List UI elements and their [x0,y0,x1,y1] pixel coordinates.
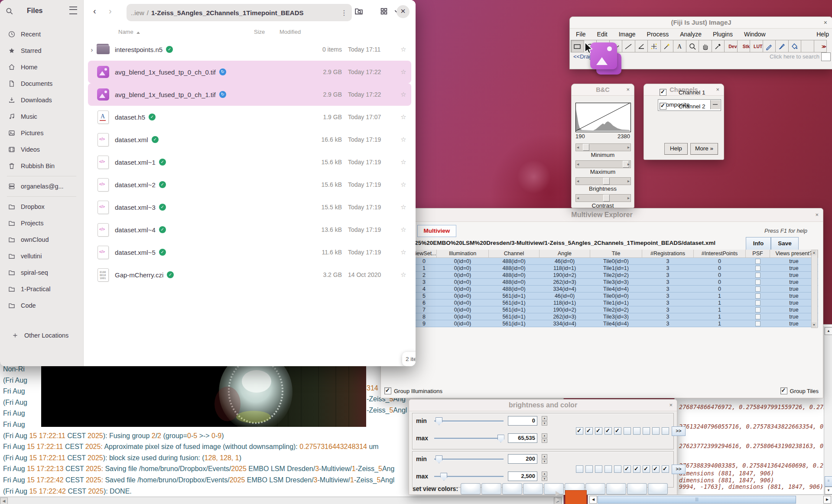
table-header-cell[interactable]: Illumination [437,250,489,258]
min-spinner[interactable]: ▲▼ [542,416,547,426]
view-toggle-checkbox[interactable] [643,465,650,473]
tool-button[interactable] [673,40,686,52]
bottom-horizontal-scrollbar[interactable]: ◀ ||| ▶ [588,494,832,504]
table-row[interactable]: 70(id=0)561(id=1) 190(id=2)Tile2(id=2)3 … [412,306,818,313]
forward-icon[interactable]: › [109,6,112,16]
search-icon[interactable] [5,7,14,16]
view-color-button[interactable] [627,483,647,494]
tool-button[interactable] [775,40,789,52]
group-illuminations-option[interactable]: Group Illuminations [384,387,442,394]
psf-checkbox[interactable] [755,314,760,319]
channel-option[interactable]: Channel 1 [660,87,739,98]
multiview-tab[interactable]: Multiview [417,225,456,237]
image-viewer[interactable] [41,365,366,427]
table-header-cell[interactable]: Channel [489,250,540,258]
view-color-button[interactable] [585,483,605,494]
scroll-left-icon[interactable]: ◀ [0,497,8,504]
tool-button[interactable] [801,40,814,52]
sidebar-item[interactable]: Documents [3,75,80,92]
file-row[interactable]: avg_blend_1x_fused_tp_0_ch_1.tif 2.9 GB … [88,83,411,106]
menu-item[interactable]: Help [816,31,829,38]
table-row[interactable]: 40(id=0)488(id=0) 334(id=4)Tile4(id=4)3 … [412,286,818,293]
tool-button[interactable] [622,40,635,52]
table-row[interactable]: 60(id=0)561(id=1) 118(id=1)Tile1(id=1)3 … [412,299,818,306]
channel-option[interactable]: Channel 2 [660,101,739,112]
psf-checkbox[interactable] [755,300,760,306]
view-color-button[interactable] [606,483,626,494]
menu-item[interactable]: Edit [597,31,608,38]
expand-right-icon[interactable] [556,497,560,503]
group-illuminations-checkbox[interactable] [384,387,391,394]
imagej-search-hint[interactable]: Click here to search [770,53,819,60]
tool-button[interactable] [763,40,776,52]
sidebar-item-folder[interactable]: ownCloud [3,231,80,248]
tool-button[interactable] [788,40,802,52]
psf-checkbox[interactable] [755,321,760,326]
max-spinner[interactable]: ▲▼ [542,471,547,481]
view-toggle-checkbox[interactable] [595,427,602,435]
help-button[interactable]: Help [664,143,688,155]
view-toggle-checkbox[interactable] [576,427,583,435]
file-row[interactable]: dataset.h5 1.9 GB Today 17:07 ☆ [88,106,411,128]
more-views-button[interactable]: >> [672,465,686,474]
star-icon[interactable]: ☆ [396,226,411,234]
scroll-thumb[interactable]: ||| [598,496,796,504]
sidebar-item-folder[interactable]: Dropbox [3,198,80,215]
view-color-button[interactable] [523,483,543,494]
breadcrumb-current[interactable]: 1-Zeiss_5Angles_2Channels_1Timepoint_BEA… [151,9,304,16]
close-window-icon[interactable]: ✕ [396,5,410,18]
table-header-cell[interactable]: #InterestPoints [694,250,746,258]
tool-button[interactable]: LUT [750,40,763,52]
file-row[interactable]: dataset.xml~5 11.6 kB Today 17:19 ☆ [88,241,411,263]
view-toggle-checkbox[interactable] [662,465,669,473]
sidebar-item[interactable]: Downloads [3,92,80,108]
view-toggle-checkbox[interactable] [604,427,612,435]
imagej-close-icon[interactable]: × [824,19,827,26]
tool-button[interactable] [647,40,661,52]
bc-slider[interactable] [575,143,631,151]
active-task-swatch[interactable] [565,490,587,504]
view-toggle-checkbox[interactable] [614,465,621,473]
menu-icon[interactable] [69,7,77,14]
view-toggle-checkbox[interactable] [604,465,612,473]
file-row[interactable]: dataset.xml~2 15.6 kB Today 17:19 ☆ [88,173,411,196]
scroll-left-icon[interactable]: ◀ [589,496,597,504]
sidebar-item[interactable]: Videos [3,141,80,158]
menu-item[interactable]: Image [619,31,636,38]
bc-slider[interactable] [575,194,631,202]
sidebar-item-folder[interactable]: vellutini [3,248,80,264]
table-header-cell[interactable]: Views present? [770,250,818,258]
sidebar-item[interactable]: Pictures [3,125,80,141]
file-row[interactable]: Gap-mCherry.czi 3.2 GB 14 Oct 2020 ☆ [88,263,411,286]
view-toggle-checkbox[interactable] [585,465,593,473]
max-slider[interactable] [434,435,504,442]
tool-button[interactable] [660,40,674,52]
log-horizontal-scrollbar[interactable]: ◀ ▶ [0,497,562,504]
breadcrumb[interactable]: ..iew / 1-Zeiss_5Angles_2Channels_1Timep… [127,4,352,21]
channel-checkbox[interactable] [660,103,666,110]
imagej-search-box[interactable] [821,52,831,61]
bc-slider-thumb[interactable] [623,161,629,168]
table-row[interactable]: 00(id=0)488(id=0) 46(id=0)Tile0(id=0)3 0… [412,258,818,265]
psf-checkbox[interactable] [755,307,760,312]
menu-item[interactable]: File [576,31,586,38]
view-color-button[interactable] [461,483,481,494]
column-size[interactable]: Size [254,29,265,35]
file-row[interactable]: avg_blend_1x_fused_tp_0_ch_0.tif 2.9 GB … [88,61,411,83]
expander-icon[interactable] [88,46,96,53]
view-toggle-checkbox[interactable] [652,465,660,473]
breadcrumb-parent[interactable]: ..iew [131,9,144,16]
sidebar-item-folder[interactable]: 1-Practical [3,281,80,297]
sidebar-item[interactable]: Starred [3,42,80,59]
tool-button[interactable]: Stk [737,40,751,52]
back-icon[interactable]: ‹ [93,6,96,16]
psf-checkbox[interactable] [755,266,760,271]
min-value-field[interactable]: 0 [508,416,537,426]
view-toggle-checkbox[interactable] [576,465,583,473]
table-row[interactable]: 80(id=0)561(id=1) 262(id=3)Tile3(id=3)3 … [412,313,818,320]
file-row[interactable]: dataset.xml 16.6 kB Today 17:19 ☆ [88,128,411,151]
save-button[interactable]: Save [771,237,799,250]
other-locations-item[interactable]: Other Locations [7,327,76,344]
psf-checkbox[interactable] [755,293,760,299]
viewsetup-table[interactable]: ViewSet...IlluminationChannelAngleTile#R… [411,250,818,327]
